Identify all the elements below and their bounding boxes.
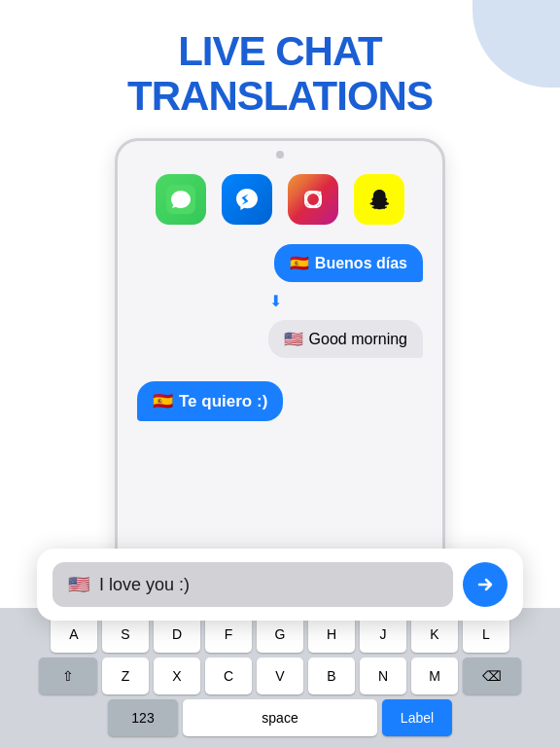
messenger-app-icon[interactable] — [222, 174, 272, 225]
send-button[interactable] — [463, 562, 508, 607]
numbers-key[interactable]: 123 — [108, 699, 178, 736]
key-b[interactable]: B — [308, 658, 355, 694]
input-bar: 🇺🇸 I love you :) — [37, 549, 523, 621]
messages-app-icon[interactable] — [156, 174, 206, 225]
key-x[interactable]: X — [154, 658, 200, 694]
key-h[interactable]: H — [308, 616, 355, 653]
keyboard-row-3: 123 space Label — [6, 699, 554, 736]
tablet-wrapper: 🇪🇸 Buenos días ⬇ 🇺🇸 Good morning 🇪🇸 Te q… — [0, 138, 560, 595]
keyboard-row-2: ⇧ Z X C V B N M ⌫ — [6, 658, 554, 694]
incoming-flag: 🇪🇸 — [290, 254, 309, 272]
key-s[interactable]: S — [102, 616, 149, 653]
translation-arrow: ⬇ — [137, 292, 413, 310]
key-k[interactable]: K — [411, 616, 458, 653]
incoming-message-bubble: 🇪🇸 Buenos días — [274, 244, 423, 282]
app-icons-row — [156, 174, 404, 225]
incoming-text: Buenos días — [315, 255, 407, 272]
action-key[interactable]: Label — [382, 699, 452, 736]
svg-point-3 — [319, 192, 322, 195]
shift-key[interactable]: ⇧ — [39, 658, 97, 694]
instagram-app-icon[interactable] — [288, 174, 338, 225]
input-bar-wrapper: 🇺🇸 I love you :) — [37, 549, 523, 621]
key-j[interactable]: J — [360, 616, 406, 653]
key-z[interactable]: Z — [102, 658, 149, 694]
key-g[interactable]: G — [257, 616, 303, 653]
snapchat-app-icon[interactable] — [354, 174, 404, 225]
key-v[interactable]: V — [257, 658, 303, 694]
keyboard: A S D F G H J K L ⇧ Z X C V B N M ⌫ 123 … — [0, 608, 560, 747]
page-title: LIVE CHAT TRANSLATIONS — [0, 29, 560, 119]
tablet-device: 🇪🇸 Buenos días ⬇ 🇺🇸 Good morning 🇪🇸 Te q… — [115, 138, 445, 595]
key-f[interactable]: F — [205, 616, 252, 653]
outgoing-flag: 🇪🇸 — [153, 391, 173, 411]
chat-area: 🇪🇸 Buenos días ⬇ 🇺🇸 Good morning 🇪🇸 Te q… — [118, 244, 442, 421]
input-flag: 🇺🇸 — [68, 574, 89, 595]
space-key[interactable]: space — [183, 699, 377, 736]
key-l[interactable]: L — [463, 616, 509, 653]
key-m[interactable]: M — [411, 658, 458, 694]
outgoing-message-bubble-tablet: 🇪🇸 Te quiero :) — [137, 381, 283, 421]
backspace-key[interactable]: ⌫ — [463, 658, 521, 694]
message-input[interactable]: 🇺🇸 I love you :) — [52, 562, 453, 607]
key-d[interactable]: D — [154, 616, 200, 653]
key-c[interactable]: C — [205, 658, 252, 694]
translated-text: Good morning — [309, 331, 407, 348]
tablet-camera — [276, 151, 284, 159]
key-a[interactable]: A — [51, 616, 97, 653]
translated-flag: 🇺🇸 — [284, 330, 303, 348]
translated-message-bubble: 🇺🇸 Good morning — [268, 320, 423, 358]
svg-point-1 — [306, 193, 320, 206]
outgoing-text: Te quiero :) — [179, 392, 267, 411]
key-n[interactable]: N — [360, 658, 406, 694]
keyboard-row-1: A S D F G H J K L — [6, 616, 554, 653]
input-text: I love you :) — [99, 575, 190, 595]
